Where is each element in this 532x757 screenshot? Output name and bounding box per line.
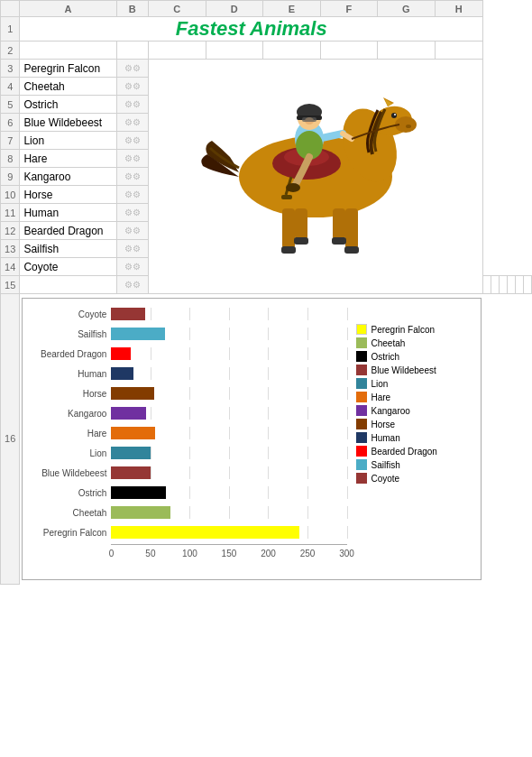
svg-rect-9 <box>345 208 358 249</box>
bar-label: Ostrich <box>30 488 106 498</box>
svg-point-6 <box>394 114 396 115</box>
bar-row: Peregrin Falcon <box>30 524 346 540</box>
legend-label: Coyote <box>371 474 400 484</box>
col-header-d: D <box>206 1 263 17</box>
bar-track <box>111 466 346 479</box>
bar-track <box>111 367 346 380</box>
bar-label: Hare <box>30 429 106 439</box>
bar-fill <box>111 407 145 420</box>
legend-label: Lion <box>371 379 389 389</box>
row-2: 2 <box>1 42 532 60</box>
x-axis-line <box>111 544 346 545</box>
animal-human: Human <box>20 204 116 222</box>
svg-rect-11 <box>282 208 295 249</box>
row-3: 3 Peregrin Falcon ⚙⚙ <box>1 60 532 78</box>
col-header-g: G <box>378 1 436 17</box>
legend-label: Horse <box>371 420 396 429</box>
legend-item: Coyote <box>356 473 473 484</box>
bar-track <box>111 526 346 539</box>
bar-label: Kangaroo <box>30 409 106 419</box>
bar-row: Lion <box>30 445 346 461</box>
animal-hare: Hare <box>20 150 116 168</box>
bars-container: CoyoteSailfishBearded DragonHumanHorseKa… <box>30 306 346 540</box>
col-header-b: B <box>116 1 148 17</box>
legend-color-box <box>356 337 367 348</box>
legend-color-box <box>356 405 367 416</box>
bar-row: Horse <box>30 385 346 402</box>
svg-rect-12 <box>295 208 307 240</box>
x-tick: 100 <box>182 549 197 559</box>
legend-color-box <box>356 432 367 443</box>
bar-label: Coyote <box>30 309 106 319</box>
bar-track <box>111 328 346 340</box>
animal-horse: Horse <box>20 186 116 204</box>
title-cell: Fastest Animals <box>20 17 483 42</box>
bar-row: Sailfish <box>30 326 346 342</box>
bar-row: Cheetah <box>30 504 346 521</box>
bar-label: Human <box>30 369 106 379</box>
bar-track <box>111 387 346 400</box>
svg-rect-26 <box>302 117 316 122</box>
legend-item: Ostrich <box>356 351 473 362</box>
svg-point-5 <box>391 113 397 118</box>
bar-label: Peregrin Falcon <box>30 528 106 538</box>
legend-label: Hare <box>371 392 391 402</box>
legend-item: Lion <box>356 378 473 389</box>
bar-fill <box>111 387 154 400</box>
legend-label: Bearded Dragon <box>371 447 437 457</box>
bar-fill <box>111 466 151 479</box>
legend-color-box <box>356 473 367 484</box>
svg-rect-16 <box>294 237 308 245</box>
bar-track <box>111 427 346 439</box>
legend-label: Cheetah <box>371 338 406 348</box>
legend-label: Human <box>371 433 400 443</box>
bar-fill <box>111 427 155 439</box>
svg-rect-10 <box>333 208 345 240</box>
animal-blue-wildebeest: Blue Wildebeest <box>20 114 116 132</box>
legend-color-box <box>356 459 367 470</box>
legend-item: Human <box>356 432 473 443</box>
svg-rect-14 <box>332 237 346 245</box>
col-header-a: A <box>20 1 116 17</box>
chart-inner: CoyoteSailfishBearded DragonHumanHorseKa… <box>30 306 472 561</box>
x-tick: 300 <box>339 549 354 559</box>
col-header-f: F <box>320 1 378 17</box>
bar-row: Hare <box>30 425 346 441</box>
svg-rect-20 <box>281 195 292 199</box>
svg-rect-13 <box>344 246 359 254</box>
bar-track <box>111 447 346 459</box>
chart-legend: Peregrin FalconCheetahOstrichBlue Wildeb… <box>356 324 473 486</box>
bar-track <box>111 506 346 519</box>
animal-peregrin-falcon: Peregrin Falcon <box>20 60 116 78</box>
bar-label: Blue Wildebeest <box>30 468 106 478</box>
x-axis: 050100150200250300 <box>111 549 346 561</box>
legend-color-box <box>356 446 367 457</box>
bar-row: Bearded Dragon <box>30 346 346 362</box>
animal-lion: Lion <box>20 132 116 150</box>
svg-point-4 <box>406 125 411 128</box>
bar-track <box>111 407 346 420</box>
col-header-h: H <box>435 1 482 17</box>
chart-bars-area: CoyoteSailfishBearded DragonHumanHorseKa… <box>30 306 346 561</box>
animal-coyote: Coyote <box>20 258 116 276</box>
bar-track <box>111 486 346 499</box>
bar-fill <box>111 506 170 519</box>
legend-item: Blue Wildebeest <box>356 365 473 375</box>
bar-label: Lion <box>30 448 106 458</box>
x-tick: 50 <box>145 549 155 559</box>
animal-ostrich: Ostrich <box>20 96 116 114</box>
legend-item: Hare <box>356 392 473 402</box>
horse-image-cell <box>148 60 482 294</box>
chart-cell: CoyoteSailfishBearded DragonHumanHorseKa… <box>20 294 483 585</box>
legend-item: Sailfish <box>356 459 473 470</box>
x-tick: 250 <box>300 549 316 559</box>
svg-point-30 <box>286 183 300 192</box>
bar-fill <box>111 367 133 380</box>
legend-item: Cheetah <box>356 337 473 348</box>
col-header-c: C <box>148 1 206 17</box>
animal-bearded-dragon: Bearded Dragon <box>20 222 116 240</box>
legend-color-box <box>356 392 367 402</box>
bar-label: Horse <box>30 389 106 399</box>
bar-label: Bearded Dragon <box>30 349 106 359</box>
row-num-1: 1 <box>1 17 20 42</box>
